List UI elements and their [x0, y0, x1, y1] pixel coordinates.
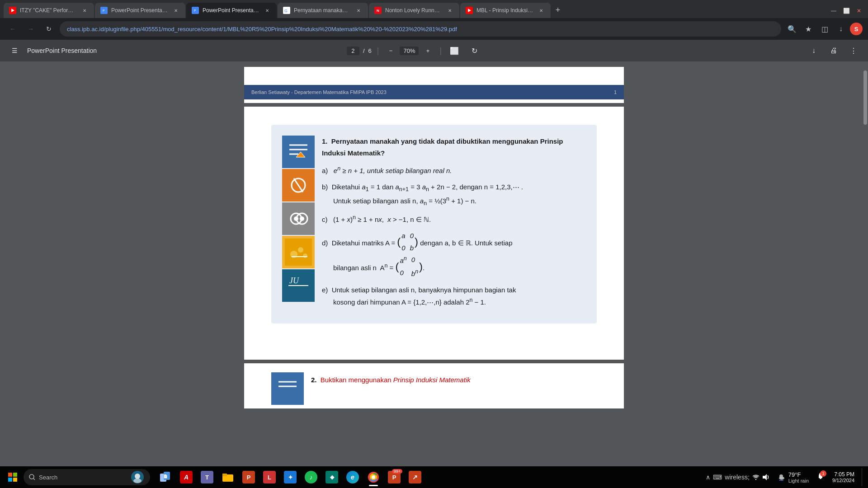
start-button[interactable]	[4, 468, 22, 486]
tab-bar: ITZY "CAKE" Performance ✕ P PowerPoint P…	[0, 0, 868, 18]
tab-netflix-title: Nonton Lovely Runner 202...	[385, 7, 442, 14]
search-assistant-icon	[130, 470, 145, 484]
address-text: class.ipb.ac.id/pluginfile.php/405551/mo…	[67, 26, 457, 33]
zoom-out-button[interactable]: −	[384, 44, 397, 57]
tab-itzy[interactable]: ITZY "CAKE" Performance ✕	[4, 3, 94, 18]
svg-line-51	[780, 479, 780, 481]
taskbar-app-ppt[interactable]: P	[239, 467, 259, 487]
pdf-rotate-button[interactable]: ↻	[467, 43, 481, 58]
tab-yt-mbl-title: MBL - Prinsip Induksi Eps...	[476, 7, 533, 14]
taskbar-app-red[interactable]: ↗	[405, 467, 425, 487]
tab-yt-mbl[interactable]: MBL - Prinsip Induksi Eps... ✕	[460, 3, 551, 18]
download-button[interactable]: ↓	[834, 22, 848, 36]
tab-netflix-close[interactable]: ✕	[446, 6, 454, 14]
forward-button[interactable]: →	[24, 22, 38, 36]
new-tab-button[interactable]: +	[552, 4, 564, 16]
svg-text:P: P	[194, 9, 196, 12]
taskbar-app-ppt2[interactable]: P 99+	[384, 467, 404, 487]
profile-button[interactable]: S	[850, 23, 863, 35]
tab-itzy-title: ITZY "CAKE" Performance	[20, 7, 77, 14]
pdf-footer-bar: Berlian Setiawaty - Departemen Matematik…	[244, 85, 624, 99]
tab-ppt2[interactable]: P PowerPoint Presentation ✕	[186, 3, 277, 18]
taskbar-search[interactable]: Search	[24, 469, 150, 485]
volume-icon[interactable]	[762, 474, 769, 481]
taskbar-app-blue1[interactable]: ✦	[280, 467, 300, 487]
taskbar-app-edge[interactable]: e	[343, 467, 363, 487]
icon-block-4	[282, 236, 315, 268]
tab-ppt1[interactable]: P PowerPoint Presentation ✕	[95, 3, 185, 18]
question-item-e: e) Untuk setiap bilangan asli n, banyakn…	[322, 284, 586, 308]
pdf-print-button[interactable]: 🖨	[826, 43, 841, 58]
tab-google-close[interactable]: ✕	[354, 6, 363, 14]
question-box: JU 1. Pernyataan manakah yang tidak dapa…	[271, 125, 597, 324]
taskbar-app-teal[interactable]: ◆	[322, 467, 342, 487]
question-item-b: b) Diketahui a1 = 1 dan an+1 = 3 an + 2n…	[322, 181, 586, 209]
tray-network[interactable]: wireless;	[725, 474, 749, 481]
minimize-button[interactable]: —	[828, 5, 839, 16]
close-button[interactable]: ✕	[854, 5, 864, 16]
pdf-separator-1: |	[377, 46, 379, 56]
svg-marker-0	[11, 9, 14, 12]
address-bar[interactable]: class.ipb.ac.id/pluginfile.php/405551/mo…	[60, 21, 781, 37]
svg-point-38	[135, 474, 140, 479]
wifi-icon[interactable]	[752, 474, 760, 481]
weather-widget[interactable]: 79°F Light rain	[773, 471, 812, 483]
notification-area[interactable]: 1	[816, 472, 825, 483]
search-toolbar-button[interactable]: 🔍	[785, 22, 799, 36]
svg-text:G: G	[284, 9, 288, 13]
svg-point-22	[298, 247, 303, 253]
scrollbar-track[interactable]	[863, 61, 868, 466]
pdf-page-1-partial: Berlian Setiawaty - Departemen Matematik…	[244, 67, 624, 103]
tab-yt-mbl-close[interactable]: ✕	[537, 6, 545, 14]
tab-itzy-close[interactable]: ✕	[80, 6, 89, 14]
svg-text:P: P	[103, 9, 105, 12]
question-item-c: c) (1 + x)n ≥ 1 + nx, x > −1, n ∈ ℕ.	[322, 213, 586, 225]
maximize-button[interactable]: ⬜	[841, 5, 852, 16]
scrollbar-thumb[interactable]	[863, 70, 867, 125]
back-button[interactable]: ←	[5, 22, 20, 36]
reload-button[interactable]: ↻	[42, 22, 56, 36]
item-e-label: e) Untuk setiap bilangan asli n, banyakn…	[322, 286, 516, 306]
bookmark-button[interactable]: ★	[801, 22, 816, 36]
taskbar-app-chrome[interactable]	[363, 467, 383, 487]
tab-ppt1-close[interactable]: ✕	[172, 6, 180, 14]
tab-ppt2-title: PowerPoint Presentation	[203, 7, 259, 14]
taskbar-app-teams[interactable]: T	[197, 467, 217, 487]
pdf-menu-button[interactable]: ☰	[7, 43, 22, 58]
pdf-page-number: 1	[614, 89, 617, 95]
pdf-zoom-controls: − 70% +	[384, 44, 434, 57]
taskbar-app-files[interactable]: 📄	[156, 467, 175, 487]
pdf-page-input[interactable]	[347, 47, 359, 55]
extension-button[interactable]: ◫	[817, 22, 832, 36]
icon-block-5: JU	[282, 269, 315, 302]
pdf-footer-text: Berlian Setiawaty - Departemen Matematik…	[251, 89, 387, 95]
tab-google-title: Pernyataan manakah yan...	[294, 7, 351, 14]
taskbar-app-spotify[interactable]: ♪	[301, 467, 321, 487]
taskbar-app-lms[interactable]: L	[259, 467, 279, 487]
tab-netflix[interactable]: N Nonton Lovely Runner 202... ✕	[369, 3, 459, 18]
svg-point-35	[29, 474, 34, 479]
tray-up-arrow[interactable]: ∧	[706, 474, 710, 481]
svg-point-23	[303, 253, 307, 258]
clock[interactable]: 7:05 PM 9/12/2024	[829, 471, 858, 483]
svg-marker-48	[763, 474, 767, 480]
show-desktop-button[interactable]	[862, 468, 864, 486]
tab-ppt2-close[interactable]: ✕	[263, 6, 271, 14]
notification-badge: 1	[820, 470, 826, 477]
taskbar-app-fileexplorer[interactable]	[218, 467, 238, 487]
pdf-download-button[interactable]: ↓	[807, 43, 821, 58]
pdf-navigation: / 6	[347, 47, 372, 55]
pdf-page-sep: /	[363, 47, 365, 54]
item-c-label: c) (1 + x)n ≥ 1 + nx, x > −1, n ∈ ℕ.	[322, 216, 431, 223]
svg-line-52	[781, 479, 782, 481]
tray-keyboard[interactable]: ⌨	[713, 474, 722, 481]
pdf-more-button[interactable]: ⋮	[846, 43, 861, 58]
pdf-title: PowerPoint Presentation	[27, 47, 341, 54]
pdf-fit-button[interactable]: ⬜	[447, 43, 462, 58]
zoom-in-button[interactable]: +	[421, 44, 434, 57]
taskbar-app-adobe[interactable]: A	[176, 467, 196, 487]
weather-info: 79°F Light rain	[788, 471, 809, 483]
system-tray: ∧ ⌨ wireless;	[706, 474, 769, 481]
tab-google[interactable]: G Pernyataan manakah yan... ✕	[278, 3, 368, 18]
svg-rect-34	[13, 478, 17, 482]
